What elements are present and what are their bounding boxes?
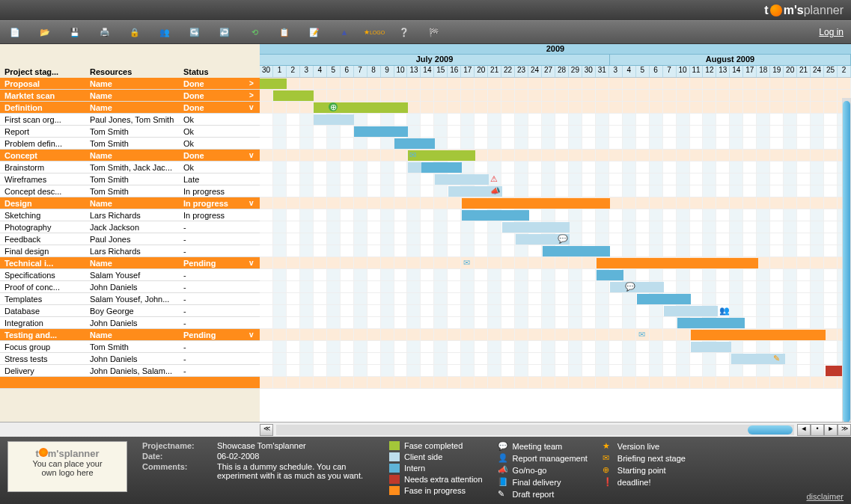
gantt-bar[interactable] — [597, 270, 623, 280]
gantt-chart[interactable]: 2009 July 2009 August 2009 3012345678910… — [260, 44, 851, 422]
gantt-row[interactable]: ⚠ — [260, 173, 851, 185]
day-cell[interactable]: 22 — [501, 66, 515, 77]
task-row[interactable]: Report Tom Smith Ok — [0, 126, 260, 138]
task-row[interactable]: Problem defin... Tom Smith Ok — [0, 138, 260, 150]
day-cell[interactable]: 2 — [287, 66, 300, 77]
scroll-last-button[interactable]: ≫ — [838, 424, 851, 436]
gantt-row[interactable]: 📣 — [260, 185, 851, 197]
gantt-marker-icon[interactable]: 💬 — [625, 282, 635, 292]
day-cell[interactable]: 31 — [596, 66, 609, 77]
day-cell[interactable]: 3 — [609, 66, 623, 77]
gantt-bar[interactable] — [502, 222, 570, 233]
new-icon[interactable]: 📄 — [7, 25, 22, 40]
day-cell[interactable]: 17 — [743, 66, 757, 77]
gantt-row[interactable] — [260, 197, 851, 209]
chevron-icon[interactable]: v — [249, 259, 260, 267]
gantt-bar[interactable] — [462, 210, 529, 221]
gantt-bar[interactable] — [462, 198, 610, 209]
gantt-row[interactable]: ✉ — [260, 329, 851, 341]
print-icon[interactable]: 🖨️ — [97, 25, 112, 40]
gantt-row[interactable] — [260, 138, 851, 150]
day-cell[interactable]: 4 — [314, 66, 327, 77]
export-icon[interactable]: ↩️ — [217, 25, 232, 40]
vertical-scrollbar[interactable] — [842, 98, 851, 422]
day-cell[interactable]: 7 — [663, 66, 677, 77]
flag-icon[interactable]: 🏁 — [427, 25, 442, 40]
gantt-bar[interactable] — [260, 79, 287, 89]
day-cell[interactable]: 5 — [327, 66, 341, 77]
users-icon[interactable]: 👥 — [157, 25, 172, 40]
gantt-row[interactable] — [260, 341, 851, 353]
day-cell[interactable]: 7 — [354, 66, 367, 77]
gantt-bar[interactable] — [408, 150, 475, 161]
gantt-marker-icon[interactable]: ⊕ — [329, 102, 338, 111]
task-row[interactable]: Wireframes Tom Smith Late — [0, 173, 260, 185]
task-row[interactable]: Feedback Paul Jones - — [0, 233, 260, 245]
gantt-bar[interactable] — [691, 342, 731, 352]
gantt-row[interactable] — [260, 317, 851, 329]
undo-icon[interactable]: ⟲ — [247, 25, 262, 40]
gantt-bar[interactable] — [677, 318, 745, 328]
chevron-icon[interactable]: > — [249, 91, 260, 99]
gantt-marker-icon[interactable]: ✉ — [409, 150, 416, 160]
disclaimer-link[interactable]: disclaimer — [806, 492, 844, 501]
task-row[interactable]: Final design Lars Richards - — [0, 245, 260, 257]
gantt-row[interactable] — [260, 78, 851, 90]
day-cell[interactable]: 12 — [703, 66, 716, 77]
gantt-row[interactable] — [260, 209, 851, 221]
gantt-marker-icon[interactable]: 📣 — [490, 186, 501, 196]
star-logo-button[interactable]: ★LOGO — [367, 25, 382, 40]
gantt-row[interactable]: 👥 — [260, 305, 851, 317]
phase-row[interactable]: Proposal Name Done > — [0, 78, 260, 90]
task-row[interactable]: Templates Salam Yousef, John... - — [0, 293, 260, 305]
day-cell[interactable]: 28 — [555, 66, 569, 77]
day-cell[interactable]: 13 — [407, 66, 421, 77]
login-link[interactable]: Log in — [819, 27, 844, 37]
scrollbar-track[interactable] — [276, 425, 794, 435]
col-header-resources[interactable]: Resources — [90, 67, 183, 76]
task-row[interactable]: Brainstorm Tom Smith, Jack Jac... Ok — [0, 162, 260, 173]
note-icon[interactable]: 📋 — [277, 25, 292, 40]
gantt-bar[interactable] — [408, 162, 421, 173]
day-cell[interactable]: 2 — [838, 66, 851, 77]
edit-icon[interactable]: 📝 — [307, 25, 322, 40]
gantt-row[interactable] — [260, 126, 851, 138]
day-cell[interactable]: 13 — [716, 66, 730, 77]
task-row[interactable]: Stress tests John Daniels - — [0, 353, 260, 365]
day-cell[interactable]: 6 — [650, 66, 663, 77]
gantt-row[interactable]: 💬 — [260, 281, 851, 293]
day-cell[interactable]: 25 — [824, 66, 838, 77]
scroll-today-button[interactable]: • — [811, 424, 824, 436]
phase-row[interactable]: Technical i... Name Pending v — [0, 257, 260, 269]
lock-icon[interactable]: 🔒 — [127, 25, 142, 40]
task-row[interactable]: Integration John Daniels - — [0, 317, 260, 329]
chevron-icon[interactable]: v — [249, 103, 260, 111]
chevron-icon[interactable]: v — [249, 151, 260, 159]
phase-row[interactable]: Testing and... Name Pending v — [0, 329, 260, 341]
gantt-row[interactable] — [260, 293, 851, 305]
day-cell[interactable]: 10 — [677, 66, 690, 77]
open-icon[interactable]: 📂 — [37, 25, 52, 40]
gantt-row[interactable] — [260, 90, 851, 102]
chevron-icon[interactable]: v — [249, 331, 260, 339]
gantt-marker-icon[interactable]: ✉ — [463, 258, 470, 268]
day-cell[interactable]: 11 — [690, 66, 704, 77]
day-cell[interactable]: 8 — [367, 66, 381, 77]
chevron-icon[interactable]: > — [249, 79, 260, 87]
gantt-bar[interactable] — [314, 102, 408, 113]
gantt-row[interactable]: ✉ — [260, 257, 851, 269]
milestone-icon[interactable]: ▲ — [337, 25, 352, 40]
day-cell[interactable]: 4 — [623, 66, 636, 77]
day-cell[interactable]: 21 — [488, 66, 501, 77]
gantt-marker-icon[interactable]: ⚠ — [490, 174, 498, 184]
task-row[interactable]: Sketching Lars Richards In progress — [0, 209, 260, 221]
col-header-status[interactable]: Status — [183, 67, 258, 76]
horizontal-scrollbar[interactable]: ≪ ◄ • ► ≫ — [0, 422, 851, 437]
task-row[interactable]: Specifications Salam Yousef - — [0, 269, 260, 281]
gantt-row[interactable] — [260, 221, 851, 233]
task-row[interactable]: Proof of conc... John Daniels - — [0, 281, 260, 293]
task-row[interactable]: Database Boy George - — [0, 305, 260, 317]
day-cell[interactable]: 6 — [341, 66, 354, 77]
gantt-marker-icon[interactable]: 👥 — [719, 306, 730, 316]
day-cell[interactable]: 27 — [542, 66, 555, 77]
